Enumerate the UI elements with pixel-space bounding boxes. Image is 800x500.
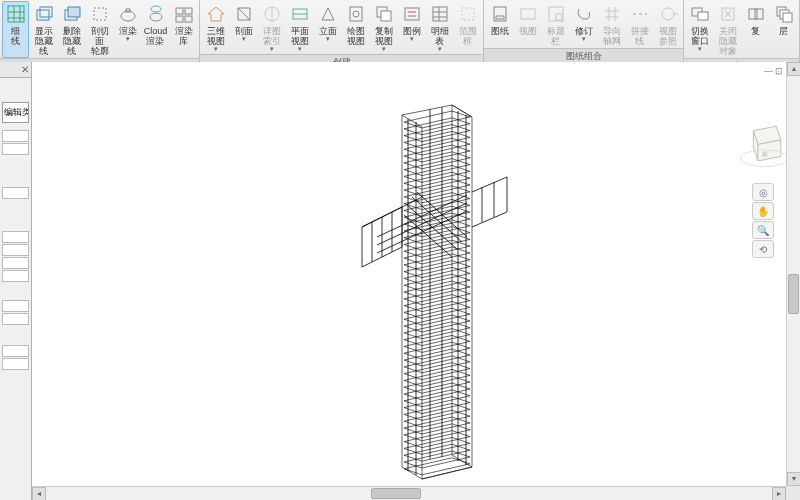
remove-hidden-button[interactable]: 删除 隐藏线 <box>58 1 85 58</box>
svg-rect-0 <box>8 6 24 22</box>
scroll-thumb[interactable] <box>371 488 421 499</box>
dropdown-arrow-icon: ▾ <box>242 36 246 42</box>
scroll-thumb[interactable] <box>788 274 799 314</box>
callout-button: 详图索引▾ <box>258 1 285 54</box>
box-show-icon <box>33 3 55 25</box>
nav-zoom-icon[interactable]: 🔍 <box>752 221 774 239</box>
svg-rect-49 <box>698 12 708 20</box>
property-field[interactable] <box>2 300 29 312</box>
duplicate-view-button[interactable]: 复制 视图▾ <box>370 1 397 54</box>
show-hidden-button[interactable]: 显示 隐藏线 <box>30 1 57 58</box>
button-label: 明细表 <box>427 26 452 46</box>
house-icon <box>205 3 227 25</box>
dropdown-arrow-icon: ▾ <box>214 46 218 52</box>
sheet-icon <box>489 3 511 25</box>
section-button[interactable]: 剖面▾ <box>230 1 257 54</box>
render-button[interactable]: 渲染▾ <box>114 1 141 58</box>
legend-button[interactable]: 图例▾ <box>398 1 425 54</box>
sheet-button[interactable]: 图纸 <box>486 1 513 48</box>
property-field[interactable] <box>2 345 29 357</box>
navigation-bar[interactable]: ◎ ✋ 🔍 ⟲ <box>743 182 783 259</box>
3d-viewport[interactable]: — ⊡ ✕ <box>32 62 800 500</box>
callout-icon <box>261 3 283 25</box>
view-ref-button: 视图 参照 <box>654 1 681 48</box>
dropdown-arrow-icon: ▾ <box>298 46 302 52</box>
svg-point-13 <box>151 6 161 12</box>
dropdown-arrow-icon: ▾ <box>126 36 130 42</box>
svg-point-12 <box>150 13 162 21</box>
matchline-button: 拼接线 <box>626 1 653 48</box>
vref-icon <box>657 3 679 25</box>
render-lib-button[interactable]: 渲染 库 <box>170 1 197 58</box>
button-label: 复 <box>751 26 760 36</box>
svg-rect-35 <box>462 8 474 20</box>
button-label: 视图 <box>519 26 537 36</box>
button-label: 剖切面 轮廓 <box>87 26 112 56</box>
property-field[interactable] <box>2 313 29 325</box>
property-field[interactable] <box>2 143 29 155</box>
vertical-scrollbar[interactable]: ▴ ▾ <box>786 62 800 486</box>
button-label: 删除 隐藏线 <box>59 26 84 56</box>
dup-icon <box>373 3 395 25</box>
box-hide-icon <box>61 3 83 25</box>
elevation-button[interactable]: 立面▾ <box>314 1 341 54</box>
nav-orbit-icon[interactable]: ⟲ <box>752 240 774 258</box>
svg-rect-16 <box>176 16 183 22</box>
property-field[interactable] <box>2 270 29 282</box>
property-field[interactable] <box>2 187 29 199</box>
button-label: 导向 轴网 <box>603 26 621 46</box>
scroll-left-icon[interactable]: ◂ <box>32 487 46 500</box>
drafting-view-button[interactable]: 绘图 视图 <box>342 1 369 54</box>
scroll-right-icon[interactable]: ▸ <box>772 487 786 500</box>
svg-point-25 <box>353 11 359 17</box>
property-field[interactable] <box>2 257 29 269</box>
revision-button[interactable]: 修订▾ <box>570 1 597 48</box>
property-field[interactable] <box>2 358 29 370</box>
schedules-button[interactable]: 明细表▾ <box>426 1 453 54</box>
scroll-up-icon[interactable]: ▴ <box>787 62 800 76</box>
nav-wheel-icon[interactable]: ◎ <box>752 183 774 201</box>
button-label: 标题 栏 <box>547 26 565 46</box>
property-field[interactable] <box>2 130 29 142</box>
horizontal-scrollbar[interactable]: ◂ ▸ <box>32 486 786 500</box>
nav-pan-icon[interactable]: ✋ <box>752 202 774 220</box>
plan-view-button[interactable]: 平面 视图▾ <box>286 1 313 54</box>
switch-window-button[interactable]: 切换 窗口▾ <box>686 1 713 58</box>
title-icon <box>545 3 567 25</box>
legend-icon <box>401 3 423 25</box>
cascade-button[interactable]: 层 <box>770 1 797 58</box>
button-label: 拼接线 <box>627 26 652 46</box>
gallery-icon <box>173 3 195 25</box>
svg-rect-37 <box>496 16 504 19</box>
property-field[interactable] <box>2 231 29 243</box>
svg-rect-31 <box>433 7 447 21</box>
draft-icon <box>345 3 367 25</box>
edit-type-button[interactable]: 编辑类型 <box>2 102 29 123</box>
panel-close[interactable]: ✕ <box>0 62 31 78</box>
cut-profile-button[interactable]: 剖切面 轮廓 <box>86 1 113 58</box>
cloud-render-button[interactable]: Cloud 渲染 <box>142 1 169 58</box>
svg-rect-17 <box>185 16 192 22</box>
svg-rect-28 <box>405 8 419 20</box>
rebar-column-model[interactable] <box>342 97 512 497</box>
svg-text:前: 前 <box>762 151 768 157</box>
teapot-icon <box>117 3 139 25</box>
button-label: 视图 参照 <box>659 26 677 46</box>
replicate-button[interactable]: 复 <box>742 1 769 58</box>
ribbon-group: 图纸视图标题 栏修订▾导向 轴网拼接线视图 参照图纸组合 <box>484 0 684 61</box>
dropdown-arrow-icon: ▾ <box>582 36 586 42</box>
dropdown-arrow-icon: ▾ <box>410 36 414 42</box>
property-field[interactable] <box>2 244 29 256</box>
grid-icon <box>5 3 27 25</box>
svg-rect-27 <box>381 11 391 21</box>
scroll-down-icon[interactable]: ▾ <box>787 472 800 486</box>
3d-view-button[interactable]: 三维 视图▾ <box>202 1 229 54</box>
sched-icon <box>429 3 451 25</box>
button-label: 图纸 <box>491 26 509 36</box>
svg-rect-53 <box>749 9 757 19</box>
view-cube[interactable]: 前 <box>735 117 790 172</box>
thin-lines-button[interactable]: 细 线 <box>2 1 29 58</box>
button-label: 复制 视图 <box>375 26 393 46</box>
switch-icon <box>689 3 711 25</box>
button-label: 显示 隐藏线 <box>31 26 56 56</box>
